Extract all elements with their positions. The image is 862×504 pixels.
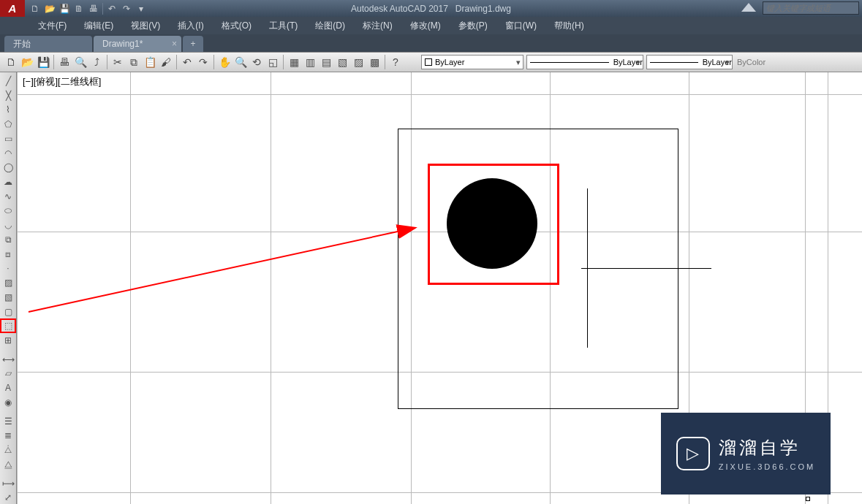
app-logo[interactable]: A	[0, 0, 25, 17]
wipeout-tool-icon[interactable]: ⬚	[1, 319, 15, 332]
qat-dropdown-icon[interactable]: ▾	[134, 2, 148, 15]
titlebar: A 🗋 📂 💾 🗎 🖶 ↶ ↷ ▾ Autodesk AutoCAD 2017 …	[0, 0, 862, 17]
menu-parametric[interactable]: 参数(P)	[450, 17, 496, 34]
toolbar-gap	[1, 473, 15, 476]
table-tool-icon[interactable]: ⊞	[1, 334, 15, 347]
undo-icon[interactable]: ↶	[179, 54, 195, 70]
lineweight-sample-icon	[650, 62, 698, 63]
layer-states-icon[interactable]: ≣	[1, 429, 15, 443]
saveas-icon[interactable]: 🗎	[72, 2, 86, 15]
help-icon[interactable]: ?	[387, 54, 404, 70]
search-input[interactable]	[763, 1, 859, 15]
markup-icon[interactable]: ▨	[350, 54, 366, 70]
matchprop-icon[interactable]: 🖌	[158, 54, 174, 70]
layer-tool-icon[interactable]: ☰	[1, 415, 15, 428]
area-tool-icon[interactable]: ▱	[1, 367, 15, 381]
color-control-select[interactable]: ByLayer	[421, 55, 523, 69]
polygon-tool-icon[interactable]: ⬠	[1, 118, 15, 131]
save-icon[interactable]: 💾	[57, 2, 72, 15]
annotation-highlight-box	[428, 164, 559, 285]
dim-linear-icon[interactable]: ⟼	[1, 477, 15, 490]
print-icon[interactable]: 🖶	[56, 54, 72, 70]
designcenter-icon[interactable]: ▥	[302, 54, 318, 70]
viewport-label[interactable]: [−][俯视][二维线框]	[23, 75, 101, 88]
redo-icon[interactable]: ↷	[119, 2, 134, 15]
preview-icon[interactable]: 🔍	[72, 54, 88, 70]
paste-icon[interactable]: 📋	[142, 54, 158, 70]
region-tool-icon[interactable]: ▢	[1, 305, 15, 318]
plot-icon[interactable]: 🖶	[86, 2, 101, 15]
menu-help[interactable]: 帮助(H)	[545, 17, 593, 34]
standard-toolbar: 🗋 📂 💾 🖶 🔍 ⤴ ✂ ⧉ 📋 🖌 ↶ ↷ ✋ 🔍 ⟲ ◱ ▦ ▥ ▤ ▧ …	[0, 52, 862, 72]
open-file-icon[interactable]: 📂	[42, 2, 57, 15]
sheetset-icon[interactable]: ▧	[334, 54, 350, 70]
distance-tool-icon[interactable]: ⟷	[1, 353, 15, 366]
dim-aligned-icon[interactable]: ⤢	[1, 491, 15, 504]
tab-document[interactable]: Drawing1*	[94, 36, 181, 52]
spline-tool-icon[interactable]: ∿	[1, 190, 15, 203]
point-tool-icon[interactable]: ·	[1, 262, 15, 275]
make-block-tool-icon[interactable]: ⧈	[1, 248, 15, 261]
circle-tool-icon[interactable]: ◯	[1, 161, 15, 174]
insert-block-tool-icon[interactable]: ⧉	[1, 233, 15, 246]
drawing-canvas[interactable]: [−][俯视][二维线框]	[17, 72, 862, 504]
revcloud-tool-icon[interactable]: ☁	[1, 175, 15, 188]
draw-toolbar: ╱ ╳ ⌇ ⬠ ▭ ◠ ◯ ☁ ∿ ⬭ ◡ ⧉ ⧈ · ▨ ▧ ▢ ⬚ ⊞ ⟷ …	[0, 72, 17, 504]
ellipse-arc-tool-icon[interactable]: ◡	[1, 218, 15, 232]
rectangle-tool-icon[interactable]: ▭	[1, 132, 15, 145]
layer-off-icon[interactable]: ⧋	[1, 458, 15, 471]
toolbar-separator	[53, 55, 54, 69]
linetype-control-select[interactable]: ByLayer	[526, 55, 643, 69]
menu-view[interactable]: 视图(V)	[122, 17, 169, 34]
menu-edit[interactable]: 编辑(E)	[75, 17, 122, 34]
new-file-icon[interactable]: 🗋	[28, 2, 42, 15]
menu-draw[interactable]: 绘图(D)	[306, 17, 354, 34]
app-name: Autodesk AutoCAD 2017	[351, 4, 448, 14]
line-tool-icon[interactable]: ╱	[1, 75, 15, 88]
expand-arrow-icon[interactable]	[741, 3, 756, 12]
new-icon[interactable]: 🗋	[3, 54, 19, 70]
menu-file[interactable]: 文件(F)	[29, 17, 75, 34]
tab-start[interactable]: 开始	[4, 36, 92, 52]
open-icon[interactable]: 📂	[19, 54, 35, 70]
lineweight-control-select[interactable]: ByLayer	[646, 55, 733, 69]
menu-dimension[interactable]: 标注(N)	[354, 17, 401, 34]
undo-icon[interactable]: ↶	[105, 2, 119, 15]
watermark-cn: 溜溜自学	[719, 436, 801, 459]
hatch-tool-icon[interactable]: ▨	[1, 276, 15, 289]
tab-add[interactable]: +	[183, 36, 203, 52]
save-icon[interactable]: 💾	[35, 54, 51, 70]
cursor-pickbox	[806, 497, 810, 501]
document-name: Drawing1.dwg	[455, 4, 511, 14]
mtext-tool-icon[interactable]: ◉	[1, 396, 15, 409]
redo-icon[interactable]: ↷	[195, 54, 211, 70]
layer-iso-icon[interactable]: ⧊	[1, 443, 15, 457]
zoomprev-icon[interactable]: ⟲	[249, 54, 265, 70]
zoomwin-icon[interactable]: ◱	[265, 54, 281, 70]
title-text: Autodesk AutoCAD 2017 Drawing1.dwg	[351, 4, 511, 14]
document-tabs: 开始 Drawing1* +	[0, 34, 862, 52]
menu-tools[interactable]: 工具(T)	[260, 17, 306, 34]
menu-window[interactable]: 窗口(W)	[496, 17, 545, 34]
copy-icon[interactable]: ⧉	[126, 54, 142, 70]
menu-modify[interactable]: 修改(M)	[401, 17, 450, 34]
properties-icon[interactable]: ▦	[286, 54, 302, 70]
ellipse-tool-icon[interactable]: ⬭	[1, 205, 15, 218]
toolbar-gap	[1, 348, 15, 351]
gradient-tool-icon[interactable]: ▧	[1, 291, 15, 304]
polyline-tool-icon[interactable]: ⌇	[1, 103, 15, 116]
qat-separator	[102, 3, 103, 15]
pan-icon[interactable]: ✋	[216, 54, 232, 70]
publish-icon[interactable]: ⤴	[88, 54, 105, 70]
toolpalettes-icon[interactable]: ▤	[318, 54, 334, 70]
menu-insert[interactable]: 插入(I)	[169, 17, 212, 34]
quickcalc-icon[interactable]: ▩	[366, 54, 382, 70]
text-tool-icon[interactable]: A	[1, 381, 15, 394]
zoom-icon[interactable]: 🔍	[232, 54, 249, 70]
menu-format[interactable]: 格式(O)	[213, 17, 260, 34]
toolbar-separator	[283, 55, 284, 69]
cut-icon[interactable]: ✂	[110, 54, 126, 70]
color-swatch-icon	[425, 58, 432, 66]
arc-tool-icon[interactable]: ◠	[1, 147, 15, 160]
xline-tool-icon[interactable]: ╳	[1, 89, 15, 102]
